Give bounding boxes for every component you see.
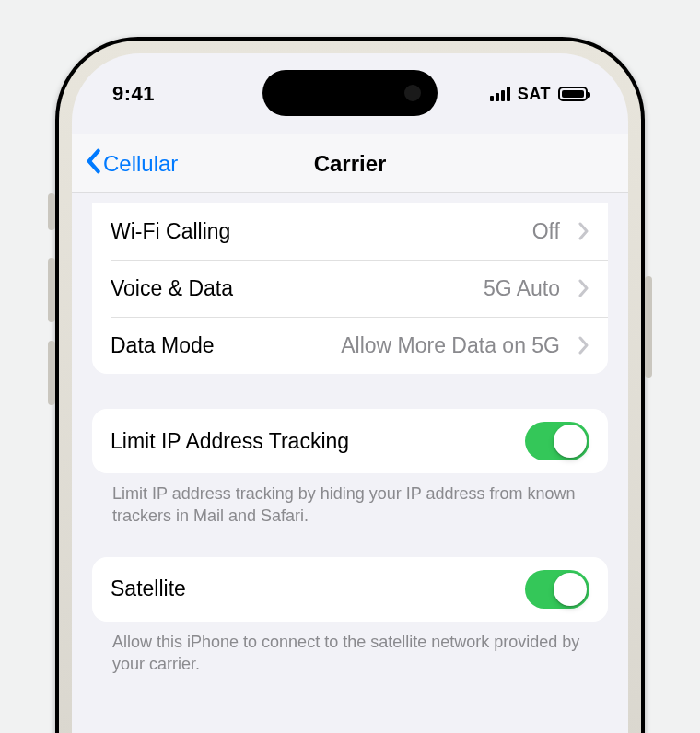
group-footer-ip: Limit IP address tracking by hiding your… xyxy=(92,473,608,528)
status-bar: 9:41 SAT xyxy=(72,53,628,127)
row-value: 5G Auto xyxy=(484,276,560,301)
back-button[interactable]: Cellular xyxy=(85,148,178,180)
chevron-right-icon xyxy=(578,279,589,297)
row-satellite[interactable]: Satellite xyxy=(92,557,608,622)
toggle-satellite[interactable] xyxy=(525,570,589,609)
settings-group-satellite: Satellite xyxy=(92,557,608,622)
cellular-signal-icon xyxy=(490,87,510,101)
row-wifi-calling[interactable]: Wi-Fi Calling Off xyxy=(92,203,608,260)
chevron-right-icon xyxy=(578,222,589,240)
row-label: Data Mode xyxy=(111,333,215,358)
toggle-limit-ip-tracking[interactable] xyxy=(525,422,589,460)
nav-bar: Cellular Carrier xyxy=(72,134,628,193)
row-limit-ip-tracking[interactable]: Limit IP Address Tracking xyxy=(92,409,608,473)
chevron-right-icon xyxy=(578,336,589,355)
row-label: Limit IP Address Tracking xyxy=(111,429,349,454)
row-label: Satellite xyxy=(111,576,186,601)
row-voice-data[interactable]: Voice & Data 5G Auto xyxy=(92,260,608,317)
screen: 9:41 SAT Cellular Carrier Wi-Fi Ca xyxy=(72,53,628,733)
row-label: Wi-Fi Calling xyxy=(111,219,230,244)
row-value: Allow More Data on 5G xyxy=(341,333,560,358)
status-time: 9:41 xyxy=(112,75,155,106)
settings-group-carrier: Wi-Fi Calling Off Voice & Data 5G Auto xyxy=(92,203,608,374)
phone-frame: 9:41 SAT Cellular Carrier Wi-Fi Ca xyxy=(55,37,645,733)
page-title: Carrier xyxy=(314,151,387,177)
group-footer-satellite: Allow this iPhone to connect to the sate… xyxy=(92,622,608,676)
back-label: Cellular xyxy=(103,151,178,177)
row-value: Off xyxy=(532,219,560,244)
settings-group-ip-tracking: Limit IP Address Tracking xyxy=(92,409,608,473)
status-network-label: SAT xyxy=(518,85,551,104)
row-data-mode[interactable]: Data Mode Allow More Data on 5G xyxy=(92,317,608,374)
content-area: Wi-Fi Calling Off Voice & Data 5G Auto xyxy=(72,193,628,733)
chevron-left-icon xyxy=(85,148,101,180)
row-label: Voice & Data xyxy=(111,276,233,301)
battery-icon xyxy=(558,87,588,101)
